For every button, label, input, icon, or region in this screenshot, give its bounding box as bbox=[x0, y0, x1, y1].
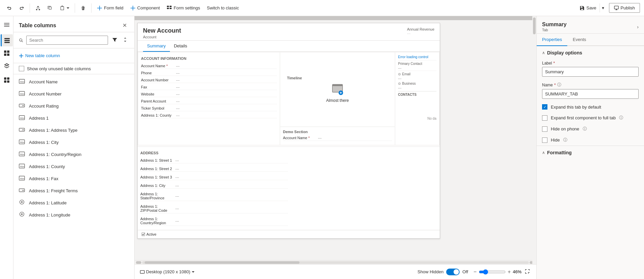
search-input[interactable] bbox=[26, 36, 108, 45]
vertical-scrollbar[interactable] bbox=[532, 16, 536, 264]
zoom-slider[interactable] bbox=[479, 269, 506, 275]
save-dropdown-button[interactable]: ▾ bbox=[600, 3, 606, 12]
fields-button[interactable] bbox=[1, 34, 13, 46]
form-preview-footer: Active bbox=[138, 230, 440, 238]
hide-on-phone-checkbox[interactable] bbox=[542, 126, 547, 132]
properties-subtitle: Tab bbox=[542, 28, 637, 32]
column-item-label: Address 1: Freight Terms bbox=[29, 188, 78, 193]
column-type-icon bbox=[19, 211, 26, 218]
fit-screen-button[interactable] bbox=[524, 268, 531, 275]
expand-first-checkbox[interactable] bbox=[542, 115, 547, 121]
expand-first-info-icon[interactable]: ⓘ bbox=[619, 115, 623, 121]
list-item[interactable]: Address 1: Longitude bbox=[13, 209, 134, 221]
hide-checkbox[interactable] bbox=[542, 137, 547, 143]
list-item[interactable]: Account Rating bbox=[13, 100, 134, 112]
list-item[interactable]: Abc Address 1: Country/Region bbox=[13, 148, 134, 160]
show-hidden-toggle[interactable] bbox=[446, 269, 460, 275]
columns-search-bar bbox=[13, 32, 134, 48]
properties-tabs: Properties Events bbox=[537, 34, 644, 46]
sep3 bbox=[91, 3, 92, 13]
list-item[interactable]: Abc Address 1 bbox=[13, 112, 134, 124]
search-icon bbox=[19, 38, 24, 43]
menu-button[interactable] bbox=[1, 19, 13, 31]
properties-expand-button[interactable]: › bbox=[637, 24, 639, 30]
form-body: ACCOUNT INFORMATION Account Name * --- P… bbox=[138, 52, 440, 146]
tab-properties[interactable]: Properties bbox=[537, 34, 567, 46]
form-field-row: Address 1: County --- bbox=[141, 113, 277, 118]
form-field-row: Phone --- bbox=[141, 70, 277, 76]
name-input[interactable] bbox=[542, 89, 639, 99]
h-scroll-left[interactable] bbox=[136, 261, 141, 264]
label-field-label: Label * bbox=[542, 61, 639, 66]
formatting-title: Formatting bbox=[547, 150, 639, 155]
icon-sidebar bbox=[0, 16, 13, 279]
save-button[interactable]: Save bbox=[576, 3, 600, 13]
h-scroll-track[interactable] bbox=[142, 261, 529, 264]
form-settings-button[interactable]: Form settings bbox=[164, 3, 203, 13]
columns-actions: New table column bbox=[13, 48, 134, 63]
hide-info-icon[interactable]: ⓘ bbox=[563, 137, 567, 143]
svg-text:Abc: Abc bbox=[20, 153, 25, 156]
label-input[interactable] bbox=[542, 67, 639, 77]
columns-close-button[interactable]: ✕ bbox=[120, 22, 129, 29]
list-item[interactable]: Abc Account Name bbox=[13, 76, 134, 88]
columns-panel-header: Table columns ✕ bbox=[13, 16, 134, 32]
new-column-button[interactable]: New table column bbox=[19, 52, 60, 59]
filter-button[interactable] bbox=[111, 36, 119, 45]
list-item[interactable]: Abc Address 1: Fax bbox=[13, 172, 134, 185]
publish-button[interactable]: Publish bbox=[609, 3, 640, 13]
list-item[interactable]: Address 1: Freight Terms bbox=[13, 185, 134, 197]
add-component-button[interactable]: Component bbox=[128, 3, 163, 13]
column-item-label: Address 1 bbox=[29, 116, 49, 121]
columns-panel-title: Table columns bbox=[19, 23, 120, 29]
add-form-field-button[interactable]: Form field bbox=[94, 3, 126, 13]
zoom-in-button[interactable]: + bbox=[508, 269, 511, 275]
zoom-out-button[interactable]: − bbox=[473, 269, 476, 275]
copy-button[interactable] bbox=[45, 3, 56, 13]
canvas-footer: Desktop (1920 x 1080) Show Hidden Off − … bbox=[135, 264, 536, 279]
v-scroll-thumb bbox=[533, 17, 536, 34]
undo-button[interactable] bbox=[4, 3, 15, 13]
formatting-section-header[interactable]: ∧ Formatting bbox=[537, 146, 644, 158]
column-item-label: Account Number bbox=[29, 91, 62, 96]
tab-details[interactable]: Details bbox=[170, 41, 191, 52]
no-data-text: No da bbox=[398, 117, 436, 120]
svg-text:Abc: Abc bbox=[20, 177, 25, 180]
switch-to-classic-button[interactable]: Switch to classic bbox=[204, 3, 242, 12]
tab-events[interactable]: Events bbox=[567, 34, 592, 46]
horizontal-scrollbar[interactable] bbox=[135, 260, 536, 264]
list-item[interactable]: Address 1: Latitude bbox=[13, 197, 134, 209]
form-field-row: Parent Account --- bbox=[141, 98, 277, 104]
hide-on-phone-info-icon[interactable]: ⓘ bbox=[583, 126, 587, 132]
svg-rect-28 bbox=[19, 189, 25, 192]
column-type-icon bbox=[19, 127, 26, 133]
name-info-icon[interactable]: ⓘ bbox=[557, 82, 561, 88]
form-field-row: Fax --- bbox=[141, 84, 277, 90]
list-item[interactable]: Abc Address 1: County bbox=[13, 160, 134, 172]
contacts-label: CONTACTS bbox=[398, 93, 436, 96]
expand-tab-checkbox[interactable] bbox=[542, 104, 547, 110]
grid-button[interactable] bbox=[1, 47, 13, 59]
redo-button[interactable] bbox=[16, 3, 27, 13]
tab-summary[interactable]: Summary bbox=[143, 41, 170, 52]
svg-rect-36 bbox=[140, 270, 144, 273]
sep1 bbox=[30, 3, 30, 13]
list-item[interactable]: Abc Account Number bbox=[13, 88, 134, 100]
show-unused-checkbox[interactable] bbox=[19, 66, 24, 71]
almost-there: Almost there bbox=[326, 83, 349, 103]
formatting-chevron: ∧ bbox=[542, 150, 545, 155]
components-button[interactable] bbox=[1, 74, 13, 86]
list-item[interactable]: Address 1: Address Type bbox=[13, 124, 134, 136]
display-options-section-header[interactable]: ∧ Display options bbox=[537, 46, 644, 58]
middle-column: Timeline Almost there bbox=[280, 52, 395, 145]
layers-button[interactable] bbox=[1, 60, 13, 72]
delete-button[interactable] bbox=[78, 3, 88, 13]
svg-rect-11 bbox=[7, 80, 9, 83]
error-loading[interactable]: Error loading control bbox=[398, 55, 436, 59]
list-item[interactable]: Abc Address 1: City bbox=[13, 136, 134, 148]
sort-button[interactable] bbox=[121, 36, 129, 44]
device-selector-button[interactable]: Desktop (1920 x 1080) bbox=[140, 269, 194, 274]
paste-dropdown-button[interactable] bbox=[57, 3, 72, 13]
svg-point-32 bbox=[21, 213, 23, 215]
cut-button[interactable] bbox=[33, 3, 43, 13]
